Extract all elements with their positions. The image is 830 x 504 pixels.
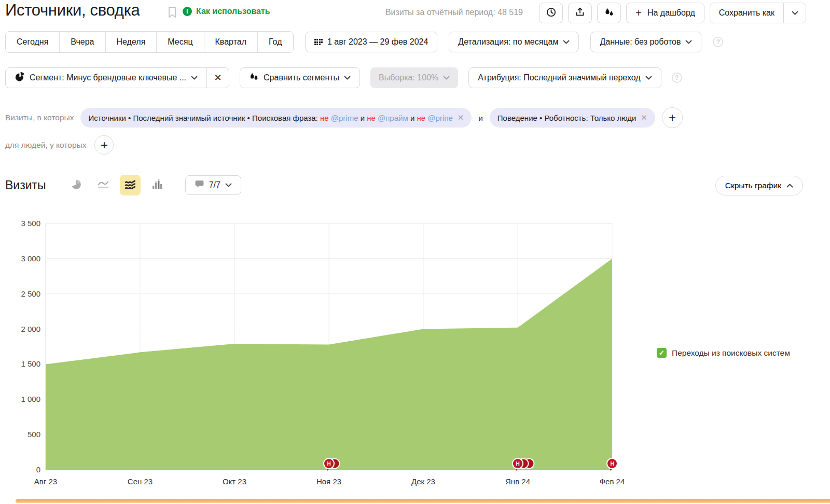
filter-token-value: @prine bbox=[427, 114, 453, 122]
export-icon bbox=[575, 7, 585, 19]
sampling-dropdown[interactable]: Выборка: 100% bbox=[370, 67, 458, 88]
save-as-menu-button[interactable] bbox=[783, 3, 806, 23]
add-to-dashboard-label: На дашборд bbox=[647, 8, 695, 18]
hide-chart-button[interactable]: Скрыть график bbox=[715, 176, 803, 195]
filter-chip-label: Поведение • Роботность: Только люди bbox=[497, 114, 637, 122]
period-tab-1[interactable]: Сегодня bbox=[6, 32, 59, 52]
hide-chart-label: Скрыть график bbox=[725, 181, 781, 190]
clock-icon bbox=[546, 7, 557, 20]
chart-toolbar: Визиты bbox=[5, 175, 241, 195]
drops-icon bbox=[604, 7, 615, 20]
segment-split-control: Сегмент: Минус брендовые ключевые ... ✕ bbox=[5, 67, 229, 88]
chevron-down-icon bbox=[191, 76, 198, 80]
chevron-up-icon bbox=[786, 184, 793, 188]
attribution-label: Атрибуция: Последний значимый переход bbox=[478, 73, 640, 82]
save-as-split-button: Сохранить как bbox=[710, 3, 806, 23]
visits-in-which-label: Визиты, в которых bbox=[5, 113, 74, 122]
how-to-use-label: Как использовать bbox=[196, 7, 270, 16]
remove-filter-icon[interactable]: ✕ bbox=[641, 113, 647, 122]
filter-token-plain: и bbox=[408, 114, 417, 122]
header-actions: + На дашборд Сохранить как bbox=[539, 3, 806, 23]
y-tick-label: 3 000 bbox=[21, 254, 40, 263]
comment-bubble-icon bbox=[195, 179, 204, 191]
compare-data-button[interactable] bbox=[597, 3, 621, 23]
y-tick-label: 500 bbox=[27, 430, 40, 439]
filter-chip-search-phrase[interactable]: Источники • Последний значимый источник … bbox=[80, 108, 472, 128]
filter-chip-tokens: не @prime и не @прайм и не @prine bbox=[320, 114, 453, 122]
period-tabs: СегодняВчераНеделяМесяцКварталГод bbox=[5, 31, 294, 53]
segment-filter-row: Сегмент: Минус брендовые ключевые ... ✕ … bbox=[5, 67, 682, 88]
checkbox-checked-icon[interactable]: ✓ bbox=[657, 348, 667, 358]
x-tick-label: Янв 24 bbox=[505, 477, 530, 486]
y-tick-label: 2 000 bbox=[21, 325, 40, 333]
legend-item-search-engines[interactable]: ✓ Переходы из поисковых систем bbox=[657, 348, 790, 358]
area-chart-icon bbox=[124, 179, 136, 192]
export-button[interactable] bbox=[568, 3, 592, 23]
filter-token-value: @прайм bbox=[378, 114, 408, 122]
period-tab-6[interactable]: Год bbox=[257, 32, 293, 52]
how-to-use-link[interactable]: i Как использовать bbox=[183, 7, 270, 16]
compare-drops-icon bbox=[249, 72, 259, 84]
page-title: Источники, сводка bbox=[5, 1, 140, 20]
remove-filter-icon[interactable]: ✕ bbox=[458, 113, 464, 122]
filter-chip-prefix: Источники • Последний значимый источник … bbox=[88, 114, 320, 122]
metrica-sources-summary-page: Источники, сводка i Как использовать Виз… bbox=[0, 0, 830, 504]
y-tick-label: 0 bbox=[36, 465, 40, 474]
sampling-label: Выборка: 100% bbox=[379, 73, 438, 82]
chevron-down-icon bbox=[563, 40, 570, 44]
plus-icon: + bbox=[635, 8, 642, 18]
chevron-down-icon bbox=[344, 76, 351, 80]
data-mode-dropdown[interactable]: Данные: без роботов bbox=[590, 32, 701, 52]
segment-label: Сегмент: Минус брендовые ключевые ... bbox=[30, 73, 186, 82]
y-tick-label: 2 500 bbox=[21, 289, 40, 298]
period-tab-2[interactable]: Вчера bbox=[59, 32, 105, 52]
filter-token-negate: не bbox=[320, 114, 331, 122]
chevron-down-icon bbox=[645, 76, 652, 80]
chart-type-line-button[interactable] bbox=[93, 175, 114, 195]
compare-segments-dropdown[interactable]: Сравнить сегменты bbox=[240, 67, 360, 88]
marker-letter: Н bbox=[516, 461, 519, 467]
period-filter-row: СегодняВчераНеделяМесяцКварталГод 1 авг … bbox=[5, 31, 723, 53]
detalization-dropdown[interactable]: Детализация: по месяцам bbox=[449, 32, 579, 52]
chart-type-area-button[interactable] bbox=[120, 175, 141, 195]
add-visit-filter-button[interactable]: + bbox=[662, 107, 683, 128]
y-tick-label: 1 500 bbox=[21, 359, 40, 368]
marker-letter: Н bbox=[610, 461, 614, 467]
history-button[interactable] bbox=[539, 3, 563, 23]
help-icon[interactable]: ? bbox=[713, 37, 723, 47]
y-tick-label: 1 000 bbox=[21, 395, 40, 403]
attribution-dropdown[interactable]: Атрибуция: Последний значимый переход bbox=[468, 67, 661, 88]
close-icon: ✕ bbox=[214, 72, 222, 83]
data-mode-label: Данные: без роботов bbox=[600, 37, 681, 47]
chart-type-pie-button[interactable] bbox=[66, 175, 87, 195]
filter-chip-robots[interactable]: Поведение • Роботность: Только люди ✕ bbox=[490, 108, 655, 128]
chevron-down-icon bbox=[685, 40, 692, 44]
calendar-grid-icon bbox=[314, 39, 323, 45]
period-tab-4[interactable]: Месяц bbox=[156, 32, 203, 52]
chart-type-bar-button[interactable] bbox=[147, 175, 168, 195]
pie-chart-icon bbox=[71, 179, 82, 192]
period-tab-5[interactable]: Квартал bbox=[204, 32, 257, 52]
info-icon: i bbox=[183, 7, 192, 16]
help-icon[interactable]: ? bbox=[672, 73, 682, 83]
save-as-label: Сохранить как bbox=[719, 8, 774, 18]
x-tick-label: Дек 23 bbox=[411, 477, 435, 486]
bookmark-icon[interactable] bbox=[167, 6, 177, 21]
annotations-dropdown[interactable]: 7/7 bbox=[185, 175, 241, 195]
bar-chart-icon bbox=[151, 179, 163, 191]
date-range-button[interactable]: 1 авг 2023 — 29 фев 2024 bbox=[305, 32, 438, 52]
segment-clear-button[interactable]: ✕ bbox=[206, 67, 229, 88]
period-tab-3[interactable]: Неделя bbox=[105, 32, 157, 52]
add-people-filter-button[interactable]: + bbox=[94, 135, 114, 155]
save-as-button[interactable]: Сохранить как bbox=[710, 3, 784, 23]
segment-dropdown[interactable]: Сегмент: Минус брендовые ключевые ... bbox=[5, 67, 207, 88]
x-tick-label: Фев 24 bbox=[600, 477, 625, 486]
chevron-down-icon bbox=[225, 183, 232, 187]
x-tick-label: Авг 23 bbox=[34, 477, 57, 486]
add-to-dashboard-button[interactable]: + На дашборд bbox=[626, 3, 704, 23]
x-tick-label: Окт 23 bbox=[223, 477, 246, 486]
filter-token-plain: и bbox=[358, 114, 367, 122]
annotations-count: 7/7 bbox=[209, 180, 220, 190]
y-tick-label: 3 500 bbox=[21, 219, 40, 228]
filter-token-value: @prime bbox=[331, 114, 358, 122]
